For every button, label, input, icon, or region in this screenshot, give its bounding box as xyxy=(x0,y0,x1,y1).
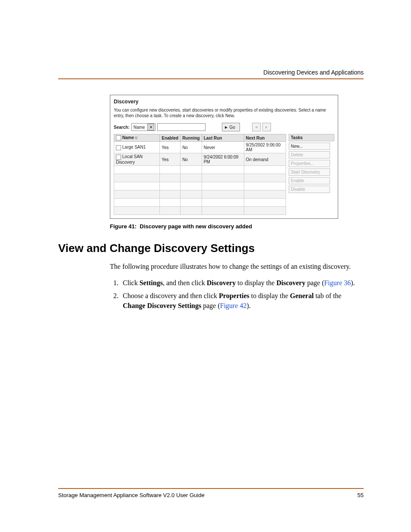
select-all-checkbox[interactable] xyxy=(116,135,121,140)
search-bar: Search: Name ▼ ▶ Go ◄ ► xyxy=(114,123,334,131)
table-row[interactable]: Local SAN Discovery Yes No 9/24/2002 6:0… xyxy=(114,153,286,165)
screenshot-panel: Discovery You can configure new discover… xyxy=(110,95,338,219)
col-running-header[interactable]: Running xyxy=(181,134,202,142)
running-header: Discovering Devices and Applications xyxy=(263,69,364,76)
row-checkbox[interactable] xyxy=(116,145,121,150)
col-lastrun-header[interactable]: Last Run xyxy=(202,134,244,142)
tasks-header: Tasks xyxy=(289,134,334,141)
sort-indicator-icon: ▽ xyxy=(135,136,137,140)
new-button[interactable]: New... xyxy=(289,143,330,150)
figure-42-link[interactable]: Figure 42 xyxy=(220,302,247,309)
delete-button[interactable]: Delete xyxy=(289,151,330,159)
panel-title: Discovery xyxy=(114,99,334,105)
table-row xyxy=(114,174,286,182)
tasks-panel: Tasks New... Delete Properties... Start … xyxy=(289,134,334,215)
procedure-list: Click Settings, and then click Discovery… xyxy=(110,278,364,311)
go-button[interactable]: ▶ Go xyxy=(222,123,240,131)
footer-title: Storage Management Appliance Software V2… xyxy=(58,492,205,498)
search-input[interactable] xyxy=(157,123,206,131)
col-enabled-header[interactable]: Enabled xyxy=(160,134,181,142)
page-number: 55 xyxy=(358,492,364,498)
discovery-table: Name▽ Enabled Running Last Run Next Run … xyxy=(114,134,286,215)
table-row xyxy=(114,182,286,190)
figure-36-link[interactable]: Figure 36 xyxy=(324,279,351,286)
row-checkbox[interactable] xyxy=(116,155,121,160)
disable-button[interactable]: Disable xyxy=(289,186,330,193)
list-item: Click Settings, and then click Discovery… xyxy=(120,278,364,288)
table-row xyxy=(114,165,286,174)
play-icon: ▶ xyxy=(225,125,227,129)
enable-button[interactable]: Enable xyxy=(289,177,330,184)
start-discovery-button[interactable]: Start Discovery xyxy=(289,168,330,176)
col-name-header[interactable]: Name▽ xyxy=(114,134,160,142)
intro-paragraph: The following procedure illustrates how … xyxy=(110,262,364,271)
chevron-down-icon[interactable]: ▼ xyxy=(147,124,154,131)
search-label: Search: xyxy=(114,125,130,130)
table-row xyxy=(114,198,286,206)
go-label: Go xyxy=(229,125,235,130)
table-row[interactable]: Large SAN1 Yes No Never 9/25/2002 9:06:0… xyxy=(114,142,286,153)
list-item: Choose a discovery and then click Proper… xyxy=(120,291,364,311)
col-nextrun-header[interactable]: Next Run xyxy=(244,134,286,142)
section-heading: View and Change Discovery Settings xyxy=(58,242,364,255)
page-prev-button[interactable]: ◄ xyxy=(252,123,261,131)
header-rule xyxy=(58,78,364,79)
footer-rule xyxy=(58,488,364,489)
panel-description: You can configure new discoveries, start… xyxy=(114,107,334,118)
figure-caption: Figure 41: Discovery page with new disco… xyxy=(110,223,364,230)
search-field-value: Name xyxy=(134,125,145,130)
properties-button[interactable]: Properties... xyxy=(289,160,330,167)
table-row xyxy=(114,206,286,215)
search-field-select[interactable]: Name ▼ xyxy=(131,123,156,131)
page-next-button[interactable]: ► xyxy=(262,123,271,131)
table-row xyxy=(114,190,286,198)
